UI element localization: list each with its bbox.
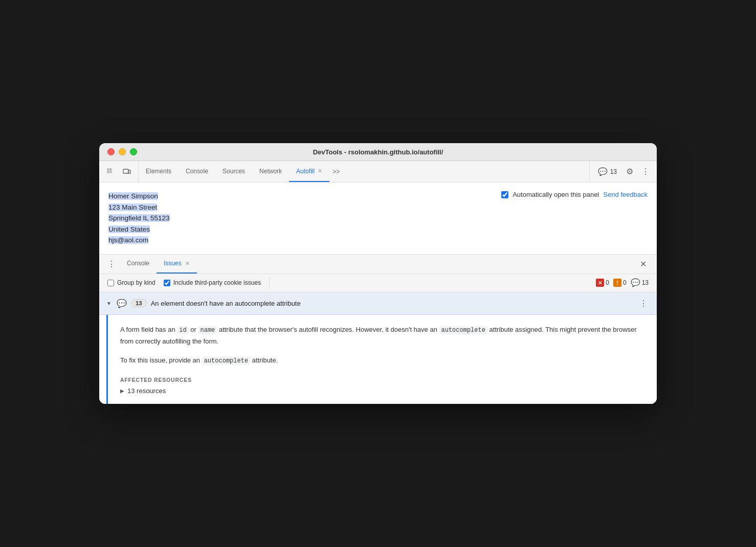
minimize-button[interactable] <box>119 148 126 155</box>
desc-part2: or <box>189 326 198 333</box>
svg-rect-5 <box>128 170 130 173</box>
issue-counts: ✕ 0 ! 0 💬 13 <box>596 278 649 287</box>
address-line-1: Homer Simpson <box>108 191 170 202</box>
tab-elements[interactable]: Elements <box>139 161 179 182</box>
warn-count: 0 <box>623 279 627 286</box>
warn-icon: ! <box>613 279 621 287</box>
warn-count-badge: ! 0 <box>613 279 627 287</box>
desc-part3: attribute that the browser's autofill re… <box>217 326 439 333</box>
more-dots-icon: ⋮ <box>107 259 116 269</box>
svg-rect-4 <box>123 169 128 173</box>
group-by-kind-label: Group by kind <box>117 279 155 286</box>
bottom-more-button[interactable]: ⋮ <box>103 255 120 274</box>
info-count-badge: 💬 13 <box>631 278 649 287</box>
issues-button[interactable]: 💬 13 <box>594 165 621 178</box>
device-toggle-icon[interactable] <box>120 166 134 178</box>
desc-code3: autocomplete <box>439 326 487 334</box>
more-vertical-icon: ⋮ <box>641 167 650 176</box>
window-title: DevTools - rsolomakhin.github.io/autofil… <box>313 148 443 156</box>
svg-rect-0 <box>107 169 109 170</box>
bottom-tab-issues[interactable]: Issues ✕ <box>157 255 197 274</box>
bottom-tab-console[interactable]: Console <box>120 255 157 274</box>
error-count: 0 <box>606 279 609 286</box>
third-party-option[interactable]: Include third-party cookie issues <box>164 279 261 286</box>
issue-more-icon: ⋮ <box>639 299 648 308</box>
autofill-panel: Homer Simpson 123 Main Street Springfiel… <box>99 183 657 255</box>
close-panel-button[interactable]: ✕ <box>638 257 649 271</box>
more-button[interactable]: ⋮ <box>638 165 653 178</box>
traffic-lights <box>107 148 137 155</box>
auto-open-checkbox[interactable] <box>501 191 508 198</box>
send-feedback-link[interactable]: Send feedback <box>603 191 648 198</box>
select-element-icon[interactable] <box>103 166 118 178</box>
address-line-3: Springfield IL 55123 <box>108 213 170 224</box>
bottom-tabs: Console Issues ✕ <box>120 255 634 274</box>
bottom-panel: ⋮ Console Issues ✕ ✕ Group by k <box>99 255 657 404</box>
gear-icon: ⚙ <box>626 167 633 176</box>
issue-title: An element doesn't have an autocomplete … <box>151 300 633 307</box>
desc-code1: id <box>177 326 188 334</box>
tab-network[interactable]: Network <box>252 161 289 182</box>
fix-part1: To fix this issue, provide an <box>120 356 202 364</box>
issue-detail: A form field has an id or name attribute… <box>106 315 657 404</box>
more-tabs-button[interactable]: >> <box>329 161 343 182</box>
group-by-kind-checkbox[interactable] <box>107 280 114 286</box>
devtools-window: DevTools - rsolomakhin.github.io/autofil… <box>99 143 657 404</box>
issues-filter-bar: Group by kind Include third-party cookie… <box>99 274 657 292</box>
third-party-label: Include third-party cookie issues <box>173 279 261 286</box>
maximize-button[interactable] <box>130 148 137 155</box>
svg-rect-3 <box>110 171 112 173</box>
tab-autofill-close[interactable]: ✕ <box>318 168 322 174</box>
issue-more-button[interactable]: ⋮ <box>637 298 650 309</box>
address-line-4: United States <box>108 224 170 235</box>
address-line-5: hjs@aol.com <box>108 235 170 246</box>
devtools-toolbar: Elements Console Sources Network Autofil… <box>99 161 657 183</box>
desc-part1: A form field has an <box>120 326 177 333</box>
desc-code2: name <box>198 326 217 334</box>
issue-row[interactable]: ▼ 💬 13 An element doesn't have an autoco… <box>99 292 657 315</box>
address-line-2: 123 Main Street <box>108 202 170 213</box>
tab-sources[interactable]: Sources <box>215 161 252 182</box>
resources-expand[interactable]: ▶ 13 resources <box>120 387 644 395</box>
svg-rect-2 <box>107 171 109 173</box>
third-party-checkbox[interactable] <box>164 280 170 286</box>
tab-autofill[interactable]: Autofill ✕ <box>289 161 329 182</box>
group-by-kind-option[interactable]: Group by kind <box>107 279 155 286</box>
resources-count: 13 resources <box>127 387 166 395</box>
issues-tab-close[interactable]: ✕ <box>185 260 190 267</box>
tab-console[interactable]: Console <box>179 161 215 182</box>
toolbar-icon-group <box>99 161 139 182</box>
error-icon: ✕ <box>596 279 604 287</box>
issue-description: A form field has an id or name attribute… <box>120 324 644 347</box>
affected-resources-label: AFFECTED RESOURCES <box>120 377 644 383</box>
issue-count-badge: 13 <box>131 299 147 307</box>
fix-part2: attribute. <box>250 356 278 364</box>
svg-rect-1 <box>110 169 112 170</box>
close-icon: ✕ <box>640 260 647 268</box>
chat-icon: 💬 <box>598 167 608 176</box>
resources-expand-arrow: ▶ <box>120 388 124 394</box>
error-count-badge: ✕ 0 <box>596 279 609 287</box>
autofill-options: Automatically open this panel Send feedb… <box>501 191 648 198</box>
autofill-address: Homer Simpson 123 Main Street Springfiel… <box>108 191 170 246</box>
title-bar: DevTools - rsolomakhin.github.io/autofil… <box>99 143 657 161</box>
close-button[interactable] <box>107 148 115 155</box>
filter-divider <box>269 278 270 288</box>
bottom-close-right: ✕ <box>634 255 653 274</box>
fix-code: autocomplete <box>202 357 250 365</box>
issue-type-icon: 💬 <box>117 299 127 308</box>
bottom-toolbar: ⋮ Console Issues ✕ ✕ <box>99 255 657 274</box>
main-tabs: Elements Console Sources Network Autofil… <box>139 161 589 182</box>
toolbar-right: 💬 13 ⚙ ⋮ <box>589 161 657 182</box>
expand-arrow-icon: ▼ <box>106 301 112 306</box>
info-count: 13 <box>642 279 649 286</box>
auto-open-label: Automatically open this panel <box>513 191 599 198</box>
info-icon: 💬 <box>631 278 640 287</box>
settings-button[interactable]: ⚙ <box>623 165 636 178</box>
fix-text: To fix this issue, provide an autocomple… <box>120 355 644 367</box>
